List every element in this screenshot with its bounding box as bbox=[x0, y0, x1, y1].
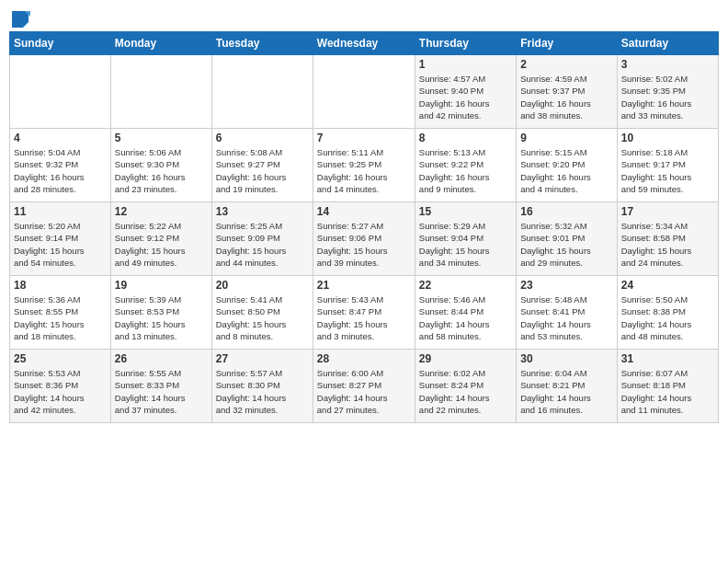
day-number: 14 bbox=[317, 205, 411, 218]
day-info: Sunrise: 5:11 AM Sunset: 9:25 PM Dayligh… bbox=[317, 146, 411, 195]
day-info: Sunrise: 5:18 AM Sunset: 9:17 PM Dayligh… bbox=[621, 146, 714, 195]
calendar-week-row: 25Sunrise: 5:53 AM Sunset: 8:36 PM Dayli… bbox=[10, 350, 719, 423]
day-of-week-header: Sunday bbox=[10, 32, 111, 55]
day-number: 20 bbox=[216, 279, 309, 292]
calendar-cell: 17Sunrise: 5:34 AM Sunset: 8:58 PM Dayli… bbox=[617, 202, 718, 276]
day-number: 19 bbox=[115, 279, 208, 292]
calendar-cell: 20Sunrise: 5:41 AM Sunset: 8:50 PM Dayli… bbox=[211, 276, 313, 350]
day-of-week-header: Saturday bbox=[617, 32, 718, 55]
calendar-cell: 18Sunrise: 5:36 AM Sunset: 8:55 PM Dayli… bbox=[10, 276, 111, 350]
calendar-cell: 5Sunrise: 5:06 AM Sunset: 9:30 PM Daylig… bbox=[110, 129, 211, 202]
day-info: Sunrise: 5:08 AM Sunset: 9:27 PM Dayligh… bbox=[216, 146, 309, 195]
calendar-header-row: SundayMondayTuesdayWednesdayThursdayFrid… bbox=[10, 32, 719, 55]
day-number: 5 bbox=[115, 132, 208, 144]
calendar-week-row: 18Sunrise: 5:36 AM Sunset: 8:55 PM Dayli… bbox=[10, 276, 719, 350]
day-info: Sunrise: 5:29 AM Sunset: 9:04 PM Dayligh… bbox=[419, 220, 512, 269]
calendar-cell: 29Sunrise: 6:02 AM Sunset: 8:24 PM Dayli… bbox=[415, 350, 516, 423]
calendar-cell bbox=[10, 55, 111, 129]
day-info: Sunrise: 5:48 AM Sunset: 8:41 PM Dayligh… bbox=[520, 293, 612, 342]
day-info: Sunrise: 5:06 AM Sunset: 9:30 PM Dayligh… bbox=[115, 146, 208, 195]
calendar-cell: 30Sunrise: 6:04 AM Sunset: 8:21 PM Dayli… bbox=[517, 350, 617, 423]
calendar-cell: 21Sunrise: 5:43 AM Sunset: 8:47 PM Dayli… bbox=[313, 276, 415, 350]
calendar-cell: 23Sunrise: 5:48 AM Sunset: 8:41 PM Dayli… bbox=[517, 276, 617, 350]
day-info: Sunrise: 6:04 AM Sunset: 8:21 PM Dayligh… bbox=[520, 367, 612, 416]
logo bbox=[9, 9, 31, 26]
calendar-week-row: 4Sunrise: 5:04 AM Sunset: 9:32 PM Daylig… bbox=[10, 129, 719, 202]
calendar-cell: 7Sunrise: 5:11 AM Sunset: 9:25 PM Daylig… bbox=[313, 129, 415, 202]
calendar-week-row: 1Sunrise: 4:57 AM Sunset: 9:40 PM Daylig… bbox=[10, 55, 719, 129]
day-number: 10 bbox=[621, 132, 714, 144]
day-info: Sunrise: 5:20 AM Sunset: 9:14 PM Dayligh… bbox=[14, 220, 107, 269]
day-of-week-header: Tuesday bbox=[211, 32, 313, 55]
calendar-cell: 10Sunrise: 5:18 AM Sunset: 9:17 PM Dayli… bbox=[617, 129, 718, 202]
day-info: Sunrise: 5:39 AM Sunset: 8:53 PM Dayligh… bbox=[115, 293, 208, 342]
day-info: Sunrise: 5:46 AM Sunset: 8:44 PM Dayligh… bbox=[419, 293, 512, 342]
day-number: 26 bbox=[115, 352, 208, 365]
calendar-cell: 19Sunrise: 5:39 AM Sunset: 8:53 PM Dayli… bbox=[110, 276, 211, 350]
day-number: 4 bbox=[14, 132, 107, 144]
day-info: Sunrise: 6:07 AM Sunset: 8:18 PM Dayligh… bbox=[621, 367, 714, 416]
day-of-week-header: Wednesday bbox=[313, 32, 415, 55]
calendar-table: SundayMondayTuesdayWednesdayThursdayFrid… bbox=[9, 31, 719, 423]
calendar-cell bbox=[313, 55, 415, 129]
day-info: Sunrise: 6:02 AM Sunset: 8:24 PM Dayligh… bbox=[419, 367, 512, 416]
day-info: Sunrise: 5:32 AM Sunset: 9:01 PM Dayligh… bbox=[520, 220, 612, 269]
calendar-cell: 15Sunrise: 5:29 AM Sunset: 9:04 PM Dayli… bbox=[415, 202, 516, 276]
day-info: Sunrise: 5:50 AM Sunset: 8:38 PM Dayligh… bbox=[621, 293, 714, 342]
calendar-week-row: 11Sunrise: 5:20 AM Sunset: 9:14 PM Dayli… bbox=[10, 202, 719, 276]
day-info: Sunrise: 5:25 AM Sunset: 9:09 PM Dayligh… bbox=[216, 220, 309, 269]
day-info: Sunrise: 5:53 AM Sunset: 8:36 PM Dayligh… bbox=[14, 367, 107, 416]
day-number: 8 bbox=[419, 132, 512, 144]
day-number: 29 bbox=[419, 352, 512, 365]
day-info: Sunrise: 5:36 AM Sunset: 8:55 PM Dayligh… bbox=[14, 293, 107, 342]
day-number: 15 bbox=[419, 205, 512, 218]
calendar-cell: 26Sunrise: 5:55 AM Sunset: 8:33 PM Dayli… bbox=[110, 350, 211, 423]
day-number: 13 bbox=[216, 205, 309, 218]
calendar-cell: 25Sunrise: 5:53 AM Sunset: 8:36 PM Dayli… bbox=[10, 350, 111, 423]
day-number: 11 bbox=[14, 205, 107, 218]
calendar-cell: 13Sunrise: 5:25 AM Sunset: 9:09 PM Dayli… bbox=[211, 202, 313, 276]
day-number: 21 bbox=[317, 279, 411, 292]
day-info: Sunrise: 5:02 AM Sunset: 9:35 PM Dayligh… bbox=[621, 73, 714, 121]
calendar-cell: 16Sunrise: 5:32 AM Sunset: 9:01 PM Dayli… bbox=[517, 202, 617, 276]
day-number: 12 bbox=[115, 205, 208, 218]
calendar-cell: 27Sunrise: 5:57 AM Sunset: 8:30 PM Dayli… bbox=[211, 350, 313, 423]
calendar-cell: 6Sunrise: 5:08 AM Sunset: 9:27 PM Daylig… bbox=[211, 129, 313, 202]
day-number: 9 bbox=[520, 132, 612, 144]
calendar-cell: 12Sunrise: 5:22 AM Sunset: 9:12 PM Dayli… bbox=[110, 202, 211, 276]
calendar-cell bbox=[110, 55, 211, 129]
day-info: Sunrise: 5:43 AM Sunset: 8:47 PM Dayligh… bbox=[317, 293, 411, 342]
calendar-cell: 28Sunrise: 6:00 AM Sunset: 8:27 PM Dayli… bbox=[313, 350, 415, 423]
calendar-cell: 3Sunrise: 5:02 AM Sunset: 9:35 PM Daylig… bbox=[617, 55, 718, 129]
day-number: 25 bbox=[14, 352, 107, 365]
day-info: Sunrise: 6:00 AM Sunset: 8:27 PM Dayligh… bbox=[317, 367, 411, 416]
page-header bbox=[9, 9, 719, 26]
calendar-cell: 11Sunrise: 5:20 AM Sunset: 9:14 PM Dayli… bbox=[10, 202, 111, 276]
day-info: Sunrise: 5:41 AM Sunset: 8:50 PM Dayligh… bbox=[216, 293, 309, 342]
day-number: 27 bbox=[216, 352, 309, 365]
day-info: Sunrise: 5:22 AM Sunset: 9:12 PM Dayligh… bbox=[115, 220, 208, 269]
day-number: 23 bbox=[520, 279, 612, 292]
day-number: 30 bbox=[520, 352, 612, 365]
calendar-cell: 31Sunrise: 6:07 AM Sunset: 8:18 PM Dayli… bbox=[617, 350, 718, 423]
calendar-cell: 14Sunrise: 5:27 AM Sunset: 9:06 PM Dayli… bbox=[313, 202, 415, 276]
day-number: 31 bbox=[621, 352, 714, 365]
day-number: 22 bbox=[419, 279, 512, 292]
day-info: Sunrise: 5:15 AM Sunset: 9:20 PM Dayligh… bbox=[520, 146, 612, 195]
day-number: 6 bbox=[216, 132, 309, 144]
day-info: Sunrise: 5:04 AM Sunset: 9:32 PM Dayligh… bbox=[14, 146, 107, 195]
calendar-cell: 1Sunrise: 4:57 AM Sunset: 9:40 PM Daylig… bbox=[415, 55, 516, 129]
day-info: Sunrise: 5:13 AM Sunset: 9:22 PM Dayligh… bbox=[419, 146, 512, 195]
day-number: 16 bbox=[520, 205, 612, 218]
calendar-cell: 8Sunrise: 5:13 AM Sunset: 9:22 PM Daylig… bbox=[415, 129, 516, 202]
day-info: Sunrise: 5:55 AM Sunset: 8:33 PM Dayligh… bbox=[115, 367, 208, 416]
day-number: 2 bbox=[520, 58, 612, 71]
day-info: Sunrise: 4:59 AM Sunset: 9:37 PM Dayligh… bbox=[520, 73, 612, 121]
day-number: 28 bbox=[317, 352, 411, 365]
svg-marker-0 bbox=[12, 11, 28, 28]
day-number: 3 bbox=[621, 58, 714, 71]
day-info: Sunrise: 5:27 AM Sunset: 9:06 PM Dayligh… bbox=[317, 220, 411, 269]
day-number: 7 bbox=[317, 132, 411, 144]
day-number: 17 bbox=[621, 205, 714, 218]
day-of-week-header: Friday bbox=[517, 32, 617, 55]
